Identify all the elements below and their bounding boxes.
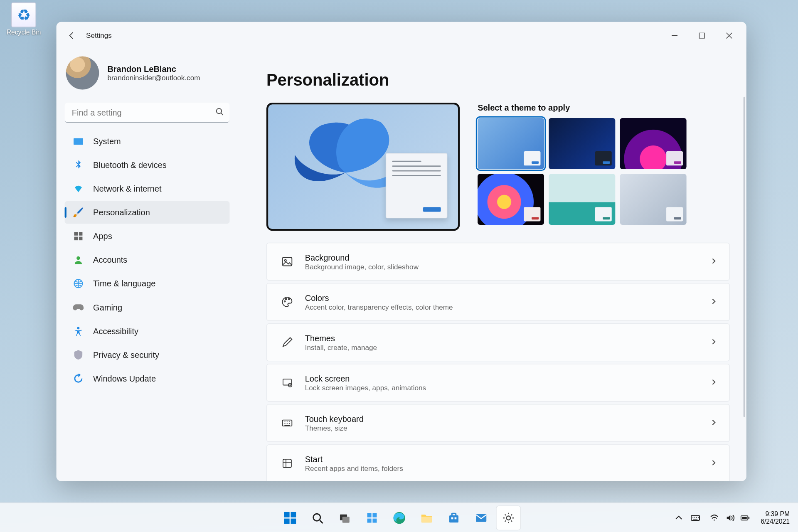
- setting-card-lock-screen[interactable]: Lock screenLock screen images, apps, ani…: [266, 364, 730, 401]
- themes-heading: Select a theme to apply: [478, 103, 730, 112]
- theme-option-4[interactable]: [549, 174, 615, 225]
- maximize-button[interactable]: [688, 26, 716, 45]
- theme-option-1[interactable]: [549, 118, 615, 169]
- date: 6/24/2021: [761, 517, 790, 525]
- theme-grid: [478, 118, 730, 225]
- edge[interactable]: [387, 506, 411, 530]
- nav-icon: [73, 278, 84, 289]
- svg-rect-4: [74, 237, 78, 241]
- settings-window: Settings Brandon LeBlanc brandoninsider@…: [57, 22, 746, 481]
- svg-rect-3: [79, 232, 83, 236]
- nav-icon: [73, 183, 84, 194]
- svg-rect-22: [367, 513, 371, 517]
- nav-label: Apps: [93, 232, 112, 241]
- svg-rect-18: [283, 459, 291, 468]
- tray-chevron-up-icon[interactable]: [672, 510, 686, 526]
- theme-option-5[interactable]: [620, 174, 687, 225]
- search-box: [65, 103, 230, 123]
- taskbar-center: [278, 506, 520, 530]
- svg-rect-15: [283, 379, 291, 385]
- sidebar: Brandon LeBlanc brandoninsider@outlook.c…: [57, 49, 238, 481]
- nav-item-accessibility[interactable]: Accessibility: [65, 320, 230, 342]
- card-title: Lock screen: [305, 374, 426, 383]
- nav-item-network-internet[interactable]: Network & internet: [65, 177, 230, 200]
- recycle-bin[interactable]: Recycle Bin: [5, 2, 42, 36]
- setting-card-themes[interactable]: ThemesInstall, create, manage: [266, 323, 730, 361]
- store[interactable]: [442, 506, 466, 530]
- svg-rect-38: [742, 517, 746, 519]
- nav-icon: [73, 231, 84, 241]
- svg-rect-23: [372, 513, 377, 517]
- nav-item-personalization[interactable]: 🖌️Personalization: [65, 201, 230, 224]
- profile[interactable]: Brandon LeBlanc brandoninsider@outlook.c…: [65, 49, 230, 101]
- nav-item-windows-update[interactable]: Windows Update: [65, 367, 230, 390]
- nav-label: Time & language: [93, 279, 155, 288]
- svg-point-34: [506, 516, 510, 520]
- nav-item-accounts[interactable]: Accounts: [65, 249, 230, 271]
- recycle-bin-label: Recycle Bin: [5, 29, 42, 36]
- nav-item-bluetooth-devices[interactable]: Bluetooth & devices: [65, 154, 230, 176]
- setting-card-background[interactable]: BackgroundBackground image, color, slide…: [266, 243, 730, 281]
- file-explorer[interactable]: [414, 506, 438, 530]
- close-button[interactable]: [716, 26, 743, 45]
- svg-point-19: [313, 514, 320, 521]
- preview-window-thumb: [386, 153, 447, 218]
- minimize-button[interactable]: [661, 26, 688, 45]
- chevron-right-icon: [710, 297, 717, 308]
- tray-keyboard-icon[interactable]: [688, 510, 702, 526]
- mail[interactable]: [469, 506, 493, 530]
- clock[interactable]: 9:39 PM 6/24/2021: [757, 510, 793, 525]
- theme-option-0[interactable]: [478, 118, 544, 169]
- theme-option-3[interactable]: [478, 174, 544, 225]
- widgets[interactable]: [360, 506, 384, 530]
- setting-card-colors[interactable]: ColorsAccent color, transparency effects…: [266, 283, 730, 321]
- desktop-preview: [266, 103, 460, 231]
- start-icon: [279, 458, 296, 470]
- start-button[interactable]: [278, 506, 302, 530]
- keyboard-icon: [279, 417, 296, 429]
- tray-quick-settings[interactable]: [705, 510, 755, 526]
- search-input[interactable]: [65, 103, 230, 123]
- nav-item-gaming[interactable]: Gaming: [65, 296, 230, 318]
- setting-card-start[interactable]: StartRecent apps and items, folders: [266, 444, 730, 481]
- nav-icon: [73, 302, 84, 313]
- card-title: Background: [305, 252, 419, 262]
- chevron-right-icon: [710, 458, 717, 469]
- battery-icon: [738, 510, 752, 526]
- svg-point-13: [286, 298, 287, 300]
- taskbar-search[interactable]: [305, 506, 329, 530]
- svg-rect-37: [749, 517, 750, 519]
- svg-point-1: [217, 108, 222, 113]
- nav-item-time-language[interactable]: Time & language: [65, 272, 230, 295]
- nav-icon: [73, 136, 84, 147]
- svg-point-12: [284, 301, 286, 302]
- nav-icon: [73, 254, 84, 265]
- nav-label: Windows Update: [93, 374, 156, 383]
- nav-item-privacy-security[interactable]: Privacy & security: [65, 344, 230, 366]
- nav-item-system[interactable]: System: [65, 130, 230, 153]
- search-icon: [215, 107, 224, 118]
- svg-rect-5: [79, 237, 83, 241]
- setting-card-touch-keyboard[interactable]: Touch keyboardThemes, size: [266, 404, 730, 442]
- titlebar: Settings: [57, 22, 746, 49]
- nav-item-apps[interactable]: Apps: [65, 225, 230, 247]
- nav-icon: [73, 326, 84, 337]
- volume-icon: [723, 510, 737, 526]
- card-subtitle: Background image, color, slideshow: [305, 263, 419, 271]
- back-button[interactable]: [62, 26, 81, 45]
- svg-rect-35: [691, 515, 699, 520]
- chevron-right-icon: [710, 256, 717, 267]
- settings-taskbar[interactable]: [496, 506, 520, 530]
- nav-list: SystemBluetooth & devicesNetwork & inter…: [57, 130, 238, 390]
- nav-icon: [73, 160, 84, 170]
- wifi-icon: [707, 510, 722, 526]
- card-subtitle: Accent color, transparency effects, colo…: [305, 303, 453, 311]
- svg-rect-0: [699, 33, 704, 38]
- avatar: [66, 57, 99, 90]
- nav-label: Privacy & security: [93, 350, 159, 360]
- theme-option-2[interactable]: [620, 118, 687, 169]
- svg-point-14: [288, 298, 290, 300]
- scrollbar[interactable]: [744, 97, 745, 417]
- card-title: Colors: [305, 293, 453, 302]
- task-view[interactable]: [332, 506, 356, 530]
